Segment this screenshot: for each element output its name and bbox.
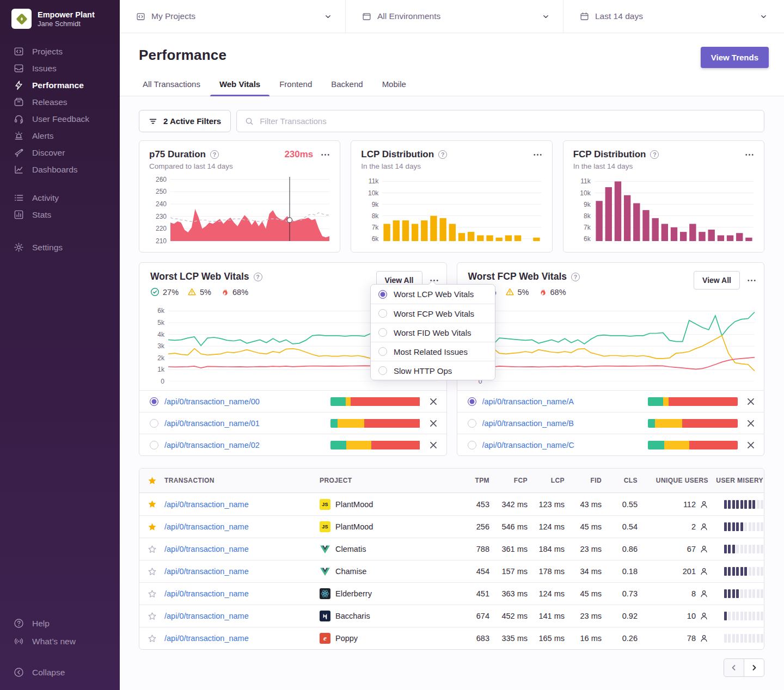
tab-backend[interactable]: Backend: [331, 79, 363, 96]
star-toggle[interactable]: [139, 567, 164, 576]
previous-page-button[interactable]: [724, 658, 744, 677]
column-header-cls[interactable]: CLS: [602, 477, 638, 484]
column-header-tpm[interactable]: TPM: [450, 477, 489, 484]
transaction-radio[interactable]: [150, 397, 158, 406]
next-page-button[interactable]: [744, 658, 764, 677]
sidebar-item-user-feedback[interactable]: User Feedback: [0, 110, 120, 127]
view-trends-button[interactable]: View Trends: [701, 47, 769, 68]
star-toggle[interactable]: [139, 500, 164, 509]
axis-tick-label: 5k: [157, 319, 164, 326]
column-header-unique-users[interactable]: UNIQUE USERS: [638, 477, 708, 484]
project-filter-dropdown[interactable]: My Projects: [120, 0, 346, 33]
transaction-link[interactable]: /api/0/transaction_name/00: [164, 397, 324, 406]
sidebar-item-performance[interactable]: Performance: [0, 77, 120, 94]
sidebar-item-what-s-new[interactable]: What’s new: [0, 632, 120, 650]
transaction-radio[interactable]: [468, 397, 476, 406]
dropdown-item-most-related-issues[interactable]: Most Related Issues: [371, 342, 495, 361]
project-cell[interactable]: Baccharis: [320, 611, 450, 621]
transaction-radio[interactable]: [468, 441, 476, 449]
tab-frontend[interactable]: Frontend: [279, 79, 312, 96]
star-toggle[interactable]: [139, 634, 164, 643]
transaction-link[interactable]: /api/0/transaction_name: [164, 634, 249, 643]
column-header-lcp[interactable]: LCP: [528, 477, 565, 484]
dropdown-item-worst-lcp-web-vitals[interactable]: Worst LCP Web Vitals: [371, 285, 495, 304]
sidebar-item-discover[interactable]: Discover: [0, 144, 120, 161]
dropdown-item-slow-http-ops[interactable]: Slow HTTP Ops: [371, 361, 495, 380]
help-icon[interactable]: [254, 273, 262, 281]
close-icon[interactable]: [746, 397, 756, 406]
sidebar-item-releases[interactable]: Releases: [0, 94, 120, 110]
dropdown-item-worst-fid-web-vitals[interactable]: Worst FID Web Vitals: [371, 323, 495, 342]
transaction-link[interactable]: /api/0/transaction_name/02: [164, 441, 324, 449]
column-header-project[interactable]: PROJECT: [320, 477, 450, 484]
transaction-link[interactable]: /api/0/transaction_name: [164, 589, 249, 598]
sidebar-item-alerts[interactable]: Alerts: [0, 127, 120, 144]
sidebar-item-projects[interactable]: Projects: [0, 43, 120, 60]
active-filters-button[interactable]: 2 Active Filters: [139, 110, 231, 132]
transaction-search-input[interactable]: [260, 116, 756, 126]
dropdown-radio: [378, 347, 387, 356]
sidebar-item-activity[interactable]: Activity: [0, 189, 120, 206]
project-cell[interactable]: ePoppy: [320, 633, 450, 644]
column-header-user-misery[interactable]: USER MISERY: [708, 477, 763, 484]
column-header-fcp[interactable]: FCP: [489, 477, 528, 484]
tab-all-transactions[interactable]: All Transactions: [143, 79, 200, 96]
star-toggle[interactable]: [139, 612, 164, 621]
transaction-link[interactable]: /api/0/transaction_name: [164, 612, 249, 620]
sidebar-item-collapse[interactable]: Collapse: [0, 663, 120, 681]
column-header-transaction[interactable]: TRANSACTION: [164, 477, 320, 484]
project-cell[interactable]: Clematis: [320, 544, 450, 555]
overflow-menu-icon[interactable]: [533, 150, 542, 159]
transaction-link[interactable]: /api/0/transaction_name: [164, 500, 249, 509]
star-toggle[interactable]: [139, 522, 164, 532]
overflow-menu-icon[interactable]: [747, 276, 756, 285]
vitals-row: Worst LCP Web Vitals 27%5%68% View All 6…: [139, 262, 764, 456]
close-icon[interactable]: [746, 418, 756, 428]
transaction-radio[interactable]: [150, 441, 158, 449]
project-cell[interactable]: JSPlantMood: [320, 499, 450, 510]
view-all-button[interactable]: View All: [694, 271, 740, 289]
transaction-link[interactable]: /api/0/transaction_name/A: [482, 397, 642, 406]
help-icon[interactable]: [571, 273, 580, 281]
help-icon[interactable]: [438, 150, 447, 159]
transaction-link[interactable]: /api/0/transaction_name: [164, 545, 249, 553]
close-icon[interactable]: [428, 397, 438, 406]
tab-web-vitals[interactable]: Web Vitals: [219, 79, 260, 96]
org-switcher[interactable]: Empower Plant Jane Schmidt: [0, 9, 120, 29]
transaction-radio[interactable]: [468, 419, 476, 428]
star-toggle[interactable]: [139, 589, 164, 599]
date-range-dropdown[interactable]: Last 14 days: [564, 0, 784, 33]
fcp-value: 452 ms: [489, 612, 528, 620]
transaction-radio[interactable]: [150, 419, 158, 428]
sidebar-item-settings[interactable]: Settings: [0, 239, 120, 256]
dropdown-item-worst-fcp-web-vitals[interactable]: Worst FCP Web Vitals: [371, 304, 495, 323]
environment-filter-dropdown[interactable]: All Environments: [346, 0, 564, 33]
help-icon[interactable]: [210, 150, 219, 159]
transaction-link[interactable]: /api/0/transaction_name/01: [164, 419, 324, 428]
axis-tick-label: 9k: [372, 201, 379, 208]
good-stat: 27%: [150, 287, 179, 297]
transaction-link[interactable]: /api/0/transaction_name: [164, 522, 249, 531]
overflow-menu-icon[interactable]: [321, 150, 330, 159]
axis-tick-label: 6k: [372, 235, 379, 243]
close-icon[interactable]: [746, 440, 756, 450]
releases-icon: [14, 97, 24, 107]
sidebar-item-stats[interactable]: Stats: [0, 206, 120, 223]
project-cell[interactable]: JSPlantMood: [320, 521, 450, 532]
close-icon[interactable]: [428, 418, 438, 428]
close-icon[interactable]: [428, 440, 438, 450]
column-header-fid[interactable]: FID: [565, 477, 602, 484]
transaction-link[interactable]: /api/0/transaction_name: [164, 567, 249, 576]
page: Performance View Trends All Transactions…: [120, 33, 784, 690]
sidebar-item-dashboards[interactable]: Dashboards: [0, 161, 120, 178]
star-toggle[interactable]: [139, 545, 164, 554]
tab-mobile[interactable]: Mobile: [382, 79, 406, 96]
help-icon[interactable]: [650, 150, 659, 159]
sidebar-item-help[interactable]: Help: [0, 614, 120, 632]
overflow-menu-icon[interactable]: [745, 150, 754, 159]
transaction-link[interactable]: /api/0/transaction_name/B: [482, 419, 642, 428]
project-cell[interactable]: Elderberry: [320, 588, 450, 599]
sidebar-item-issues[interactable]: Issues: [0, 60, 120, 77]
project-cell[interactable]: Chamise: [320, 566, 450, 577]
transaction-link[interactable]: /api/0/transaction_name/C: [482, 441, 642, 449]
